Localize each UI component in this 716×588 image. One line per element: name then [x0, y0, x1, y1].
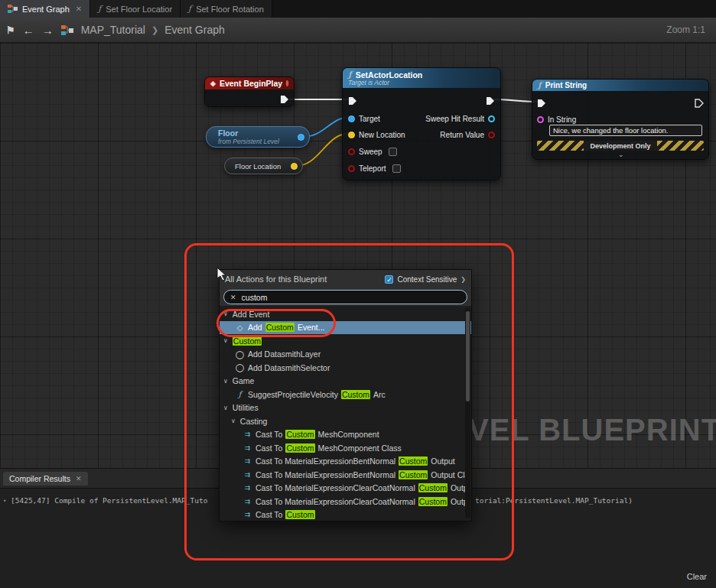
in-string-pin[interactable]: [537, 116, 544, 123]
bookmark-icon[interactable]: ⚑: [6, 25, 15, 35]
tab-set-floor-location[interactable]: ƒ Set Floor Locatior: [90, 0, 181, 18]
graph-toolbar: ⚑ ← → MAP_Tutorial ❯ Event Graph Zoom 1:…: [0, 18, 716, 43]
tab-label: Compiler Results: [9, 474, 70, 483]
sweep-checkbox[interactable]: [389, 148, 397, 156]
search-clear-icon[interactable]: ✕: [230, 294, 236, 301]
menu-item-text: Custom: [285, 430, 314, 439]
clear-button[interactable]: Clear: [687, 572, 707, 581]
search-input[interactable]: [242, 293, 441, 302]
menu-item-text: Cast To MaterialExpressionClearCoatNorma…: [255, 483, 415, 492]
new-location-pin[interactable]: [348, 132, 355, 138]
development-only-label: Development Only: [584, 141, 656, 151]
target-pin[interactable]: [348, 115, 355, 122]
menu-item-text: Cast To MaterialExpressionBentNormal: [255, 470, 395, 479]
context-menu-category[interactable]: ∨Custom: [220, 334, 471, 348]
context-menu-category[interactable]: ∨Utilities: [220, 401, 471, 415]
context-menu-category[interactable]: ∨Game: [220, 375, 471, 388]
node-subtitle: Target is Actor: [348, 79, 495, 86]
function-icon: ƒ: [98, 4, 101, 14]
teleport-checkbox[interactable]: [392, 164, 401, 173]
context-menu-category[interactable]: ∨Add Event: [220, 307, 471, 321]
breadcrumb-current[interactable]: Event Graph: [164, 24, 225, 36]
node-title: Event BeginPlay: [220, 79, 282, 88]
zoom-level: Zoom 1:1: [666, 24, 710, 35]
cast-icon: ⇉: [242, 484, 252, 492]
context-menu-item[interactable]: ⇉Cast To MaterialExpressionClearCoatNorm…: [220, 495, 471, 508]
menu-item-text: Arc: [373, 390, 386, 399]
log-bullet-icon: ▪: [4, 497, 6, 504]
context-menu-item[interactable]: ◯Add DatasmithLayer: [220, 348, 471, 362]
close-icon[interactable]: ✕: [76, 475, 82, 482]
compiler-log-line: torial:PersistentLevel.MAP_Tutorial): [475, 496, 633, 505]
object-circle-icon: ◯: [235, 363, 245, 372]
exec-input-pin[interactable]: [537, 99, 546, 108]
floor-location-output-pin[interactable]: [291, 163, 298, 170]
context-menu-item[interactable]: ◯Add DatasmithSelector: [220, 361, 471, 375]
exec-input-pin[interactable]: [348, 96, 357, 106]
forward-arrow-icon[interactable]: →: [42, 24, 54, 36]
graph-icon: [61, 25, 73, 35]
set-actor-location-node[interactable]: ƒ SetActorLocation Target is Actor Targe…: [342, 67, 501, 180]
context-menu-item[interactable]: ⇉Cast To Custom: [220, 508, 471, 521]
menu-item-text: Custom: [233, 336, 262, 346]
in-string-input[interactable]: [549, 125, 702, 136]
chevron-down-icon[interactable]: ⌄: [618, 151, 624, 158]
chevron-down-icon: ∨: [231, 417, 236, 424]
menu-item-text: Custom: [418, 483, 447, 492]
event-diamond-icon: ◇: [235, 323, 245, 332]
context-menu-item[interactable]: ⇉Cast To CustomMeshComponent Class: [220, 441, 471, 455]
exec-output-pin[interactable]: [486, 96, 495, 106]
menu-item-text: Add Event: [233, 310, 269, 319]
menu-item-text: Cast To: [255, 443, 282, 453]
return-value-pin[interactable]: [488, 132, 495, 138]
menu-item-text: Custom: [265, 323, 295, 332]
menu-item-text: Output Cla: [431, 470, 469, 479]
context-sensitive-checkbox[interactable]: ✓: [385, 275, 393, 284]
sweep-pin[interactable]: [348, 148, 355, 155]
floor-variable-node[interactable]: Floor from Persistent Level: [206, 126, 310, 148]
chevron-down-icon: ∨: [223, 337, 228, 344]
event-beginplay-node[interactable]: ◈ Event BeginPlay: [204, 76, 295, 107]
teleport-pin[interactable]: [348, 165, 355, 172]
breadcrumb-root[interactable]: MAP_Tutorial: [81, 24, 145, 36]
context-menu-item[interactable]: ⇉Cast To CustomMeshComponent: [220, 428, 471, 442]
pin-label: Teleport: [359, 164, 386, 173]
tab-event-graph[interactable]: Event Graph ✕: [0, 0, 90, 18]
tab-set-floor-rotation[interactable]: ƒ Set Floor Rotation: [181, 0, 272, 18]
scrollbar-thumb[interactable]: [466, 311, 470, 401]
menu-item-text: SuggestProjectileVelocity: [248, 390, 338, 399]
floor-output-pin[interactable]: [298, 134, 304, 141]
event-diamond-icon: ◈: [210, 80, 216, 87]
context-menu-item[interactable]: ◇Add Custom Event...: [220, 321, 471, 335]
context-menu-item[interactable]: ⇉Cast To MaterialExpressionBentNormalCus…: [220, 468, 471, 482]
sweep-hit-result-pin[interactable]: [488, 115, 495, 122]
menu-item-text: Casting: [240, 417, 268, 426]
search-box[interactable]: ✕: [223, 290, 467, 304]
variable-subtitle: from Persistent Level: [218, 138, 279, 145]
exec-output-pin[interactable]: [280, 95, 289, 104]
close-icon[interactable]: ✕: [76, 5, 82, 13]
context-menu-item[interactable]: ⇉Cast To MaterialExpressionBentNormalCus…: [220, 455, 471, 469]
context-menu-item[interactable]: ⇉Cast To MaterialExpressionClearCoatNorm…: [220, 482, 471, 495]
blueprint-editor-window: Event Graph ✕ ƒ Set Floor Locatior ƒ Set…: [0, 0, 716, 588]
scrollbar[interactable]: [465, 308, 470, 518]
document-tab-bar: Event Graph ✕ ƒ Set Floor Locatior ƒ Set…: [0, 0, 716, 18]
object-circle-icon: ◯: [235, 350, 245, 359]
chevron-right-icon[interactable]: ❯: [461, 276, 466, 283]
compiler-results-tab[interactable]: Compiler Results ✕: [3, 472, 88, 486]
event-badge-icon: [286, 80, 288, 86]
menu-item-text: Game: [233, 376, 255, 385]
back-arrow-icon[interactable]: ←: [23, 24, 34, 36]
pin-label: Sweep Hit Result: [425, 115, 484, 123]
context-menu-item[interactable]: ƒSuggestProjectileVelocity Custom Arc: [220, 388, 471, 401]
floor-location-variable-node[interactable]: Floor Location: [224, 158, 303, 174]
context-menu-category[interactable]: ∨Casting: [220, 414, 471, 428]
exec-output-pin[interactable]: [695, 99, 704, 108]
cast-icon: ⇉: [242, 430, 252, 438]
print-string-node[interactable]: ƒ Print String In String Development Onl…: [532, 79, 709, 160]
development-only-banner: Development Only: [537, 141, 704, 151]
pin-label: New Location: [359, 131, 405, 139]
pin-label: Target: [359, 115, 380, 123]
graph-icon: [8, 5, 18, 13]
chevron-right-icon: ❯: [151, 25, 158, 35]
